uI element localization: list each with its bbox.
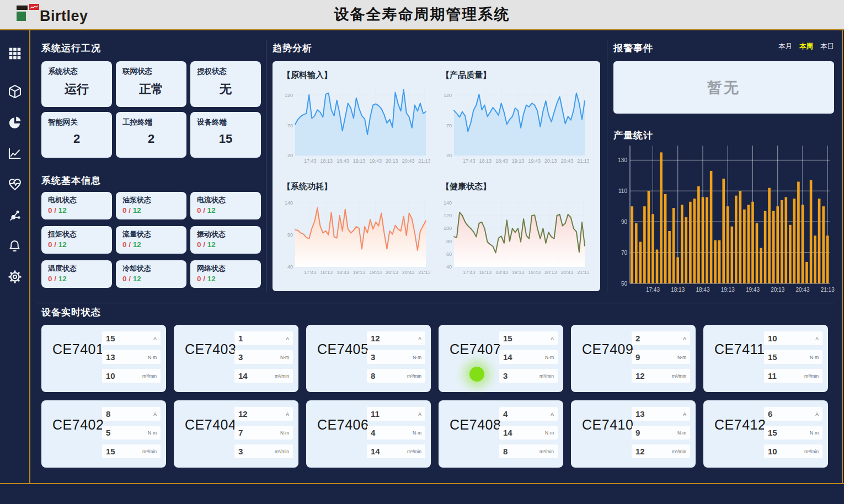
device-metric-value: 3	[238, 447, 243, 456]
device-metric-value: 5	[106, 428, 110, 437]
sidebar-item-alarms[interactable]	[0, 230, 29, 261]
alarm-empty-card: 暂无	[613, 61, 834, 114]
device-metric-value: 13	[106, 352, 115, 362]
info-card: 电机状态 0 / 12	[41, 192, 112, 219]
status-card-label: 联网状态	[122, 67, 180, 77]
device-card[interactable]: CE7404 12 A 7 N·m 3 m³/min	[174, 400, 298, 468]
device-metric-unit: A	[551, 336, 554, 341]
device-metrics: 12 A 7 N·m 3 m³/min	[234, 407, 293, 463]
device-metrics: 11 A 4 N·m 14 m³/min	[367, 407, 425, 463]
svg-text:18:13: 18:13	[479, 270, 492, 275]
device-metric-unit: N·m	[677, 355, 686, 360]
device-metric-unit: A	[815, 336, 819, 341]
device-metric: 12 m³/min	[632, 444, 690, 458]
section-title-devices: 设备实时状态	[41, 306, 101, 319]
status-card: 联网状态 正常	[116, 61, 186, 107]
status-card: 系统状态 运行	[41, 61, 112, 107]
alarm-empty-text: 暂无	[707, 78, 740, 98]
device-metric-value: 9	[635, 352, 640, 362]
sidebar-divider	[29, 30, 30, 483]
device-metric: 13 A	[632, 407, 690, 421]
device-metric: 15 A	[499, 331, 558, 345]
svg-text:80: 80	[446, 238, 452, 244]
sidebar-item-health[interactable]	[0, 169, 29, 200]
device-metric-unit: m³/min	[407, 449, 421, 454]
section-title-system-info: 系统基本信息	[41, 174, 101, 187]
sidebar-item-settings[interactable]	[0, 261, 29, 292]
device-metric-unit: N·m	[413, 355, 421, 360]
info-card-label: 冷却状态	[122, 264, 180, 274]
alarm-filter-tab[interactable]: 本月	[778, 42, 792, 51]
device-metric: 8 A	[102, 407, 161, 421]
device-card[interactable]: CE7403 1 A 3 N·m 14 m³/min	[174, 325, 298, 392]
svg-text:120: 120	[444, 213, 452, 218]
device-card[interactable]: CE7402 8 A 5 N·m 15 m³/min	[41, 400, 166, 468]
device-card[interactable]: CE7412 6 A 15 N·m 10 m³/min	[703, 400, 828, 468]
device-metric: 11 m³/min	[764, 369, 822, 383]
svg-text:18:13: 18:13	[320, 158, 333, 164]
app-header: Birtley 设备全寿命周期管理系统	[0, 0, 844, 29]
svg-text:18:43: 18:43	[696, 287, 709, 293]
svg-text:50: 50	[621, 281, 628, 287]
device-metric: 15 N·m	[764, 350, 822, 364]
svg-text:18:43: 18:43	[495, 158, 508, 164]
device-metric: 4 N·m	[367, 426, 425, 439]
sidebar-item-topology[interactable]	[0, 200, 29, 230]
device-metric: 2 A	[632, 331, 690, 345]
info-card-label: 扭矩状态	[48, 229, 105, 239]
device-card[interactable]: CE7407 15 A 14 N·m 3 m³/min	[439, 325, 563, 392]
device-card[interactable]: CE7401 15 A 13 N·m 10 m³/min	[41, 325, 166, 392]
svg-text:18:43: 18:43	[495, 270, 508, 275]
device-metric-value: 14	[503, 428, 512, 437]
sidebar-item-trends[interactable]	[0, 138, 29, 169]
column-divider	[607, 40, 607, 292]
svg-text:21:13: 21:13	[821, 287, 835, 293]
dashboard-page: Birtley 设备全寿命周期管理系统	[0, 0, 844, 504]
device-card[interactable]: CE7409 2 A 9 N·m 12 m³/min	[571, 325, 696, 392]
device-name: CE7402	[52, 417, 104, 433]
device-metrics: 12 A 3 N·m 8 m³/min	[367, 331, 425, 388]
device-metric: 1 A	[234, 331, 293, 345]
svg-text:19:13: 19:13	[512, 158, 525, 164]
svg-text:100: 100	[444, 226, 452, 231]
svg-text:120: 120	[444, 93, 452, 98]
device-card[interactable]: CE7408 4 A 14 N·m 8 m³/min	[439, 400, 563, 468]
device-metric: 3 m³/min	[234, 444, 293, 458]
status-card-value: 正常	[122, 81, 180, 98]
line-chart-icon	[7, 146, 22, 161]
sidebar-item-reports[interactable]	[0, 107, 29, 138]
device-card[interactable]: CE7411 10 A 15 N·m 11 m³/min	[703, 325, 828, 392]
svg-text:120: 120	[285, 93, 293, 98]
device-metric-unit: A	[418, 336, 421, 341]
apps-grid-icon	[8, 46, 22, 61]
device-metric-unit: m³/min	[804, 449, 819, 454]
device-metric-value: 6	[768, 409, 772, 419]
device-metric-unit: N·m	[148, 355, 157, 360]
alarm-filter-tab[interactable]: 本日	[820, 42, 834, 51]
svg-text:19:13: 19:13	[512, 270, 525, 275]
info-card: 电流状态 0 / 12	[190, 192, 261, 219]
device-card[interactable]: CE7406 11 A 4 N·m 14 m³/min	[306, 400, 431, 468]
device-card[interactable]: CE7405 12 A 3 N·m 8 m³/min	[306, 325, 431, 392]
trend-chart-title: 【产品质量】	[441, 70, 595, 81]
device-metric-value: 9	[635, 428, 640, 437]
frame-line-top	[0, 29, 844, 30]
alarm-filter-tab[interactable]: 本周	[799, 42, 813, 51]
device-metric-unit: A	[551, 411, 554, 417]
device-metric: 8 m³/min	[499, 444, 558, 458]
svg-text:18:13: 18:13	[320, 270, 333, 275]
svg-text:18:43: 18:43	[336, 158, 349, 164]
device-metric: 9 N·m	[632, 426, 690, 439]
device-metric-value: 15	[106, 334, 115, 343]
svg-text:21:13: 21:13	[418, 270, 430, 275]
system-status-cards: 系统状态 运行 联网状态 正常 授权状态 无 智能网关 2 工控终端 2 设备终…	[41, 61, 261, 158]
sidebar-item-model[interactable]	[0, 76, 29, 107]
info-card-value: 0 / 12	[122, 206, 180, 215]
svg-text:20:13: 20:13	[544, 158, 557, 164]
device-metrics: 15 A 13 N·m 10 m³/min	[102, 331, 161, 388]
svg-text:70: 70	[287, 123, 293, 128]
device-metric-unit: m³/min	[539, 449, 554, 454]
device-card[interactable]: CE7410 13 A 9 N·m 12 m³/min	[571, 400, 696, 468]
sidebar-item-apps[interactable]	[0, 38, 29, 69]
device-name: CE7405	[317, 341, 368, 357]
